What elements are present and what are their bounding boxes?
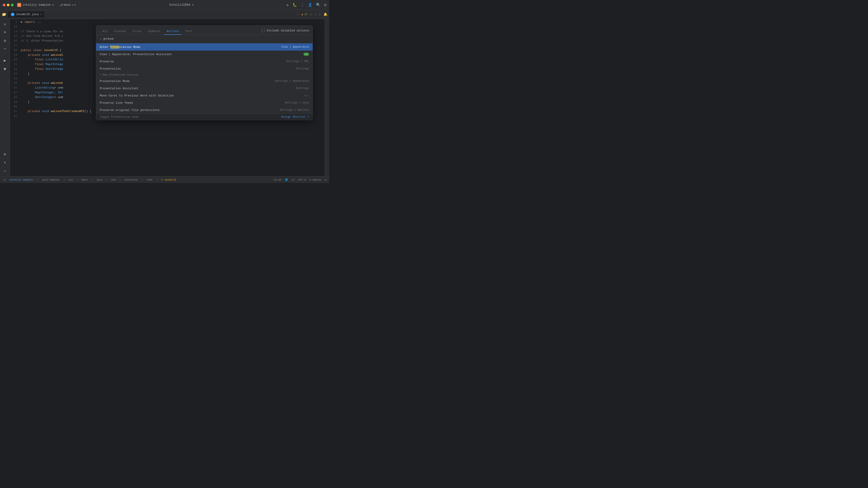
tab-name: JavaAt25.java xyxy=(16,13,39,16)
debug-icon[interactable]: 🐛 xyxy=(292,3,297,7)
line-endings[interactable]: LF xyxy=(291,178,294,181)
sidebar-icon-git[interactable]: ⊙ xyxy=(1,21,8,28)
result-move-caret[interactable]: Move Caret to Previous Word with Selecti… xyxy=(96,92,313,99)
folder-icon[interactable]: 📁 xyxy=(2,12,6,17)
minimize-button[interactable] xyxy=(7,4,9,6)
project-dropdown-icon[interactable]: ▾ xyxy=(52,3,54,7)
group-expand-icon: ▾ xyxy=(100,73,101,76)
search-icon[interactable]: 🔍 xyxy=(316,3,320,7)
tab-bar: 📁 © JavaAt25.java ✕ ⋮ ▲ 37 ∧ ∨ ✦ 🔔 xyxy=(0,10,329,19)
result-preserve-line-feeds[interactable]: Preserve line feeds Settings > Java xyxy=(96,99,313,106)
line-num-32: 32 xyxy=(12,114,17,119)
warning-count-badge[interactable]: ▲ 37 xyxy=(302,13,307,16)
maximize-button[interactable] xyxy=(11,4,13,6)
user-icon[interactable]: 👤 xyxy=(308,3,312,7)
breadcrumb-sep-8: › xyxy=(156,178,158,181)
result-presentation-assistant-view[interactable]: View | Appearance: Presentation Assistan… xyxy=(96,51,313,58)
result-text-5: Presentation Mode xyxy=(100,79,275,83)
project-selector[interactable]: ij intellij-samples ▾ xyxy=(17,3,54,7)
tab-close-button[interactable]: ✕ xyxy=(40,13,41,16)
line-num-29: 29 xyxy=(12,100,17,105)
include-disabled-checkbox[interactable] xyxy=(262,29,265,32)
tab-files[interactable]: Files xyxy=(130,28,144,35)
result-presentation-mode[interactable]: Presentation Mode Settings > Appearance xyxy=(96,77,313,85)
charset[interactable]: UTF-8 xyxy=(298,178,306,181)
result-text-7: Move Caret to Previous Word with Selecti… xyxy=(100,94,304,97)
close-button[interactable] xyxy=(3,4,5,6)
branch-dropdown-icon[interactable]: ▾ xyxy=(74,3,76,7)
sidebar-icon-problems[interactable]: ⚠ xyxy=(1,167,8,174)
more-tabs-icon[interactable]: ⋮ xyxy=(296,12,299,16)
breadcrumb-jetbrains[interactable]: jetbrains xyxy=(124,178,138,181)
result-enter-presentation-mode[interactable]: Enter Presentation Mode View | Appearanc… xyxy=(96,43,313,51)
tab-symbols[interactable]: Symbols xyxy=(145,28,163,35)
settings-icon-status[interactable]: ⚙ xyxy=(325,178,327,181)
line-num-31: 31 xyxy=(12,109,17,114)
result-shortcut-7: ⌥⇧← xyxy=(304,94,309,97)
run-icon[interactable]: ▶ xyxy=(287,3,289,7)
breadcrumb-java[interactable]: java xyxy=(96,178,102,181)
footer-shortcut-icon: ⌥ xyxy=(307,115,309,119)
breadcrumb-code[interactable]: code xyxy=(147,178,152,181)
title-bar-actions: ▶ 🐛 ⋮ 👤 🔍 ⚙ xyxy=(287,3,327,7)
result-group-new-predefined[interactable]: ▾ New Predefined Session xyxy=(96,72,313,77)
result-preserve-original[interactable]: Preserve original file permissions Setti… xyxy=(96,106,313,113)
file-tab[interactable]: © JavaAt25.java ✕ xyxy=(8,11,44,18)
assign-shortcut-link[interactable]: Assign Shortcut xyxy=(281,116,306,119)
sidebar-icon-terminal[interactable]: ⌘ xyxy=(1,151,8,158)
search-input-field[interactable] xyxy=(103,37,309,41)
app-dropdown-icon[interactable]: ▾ xyxy=(192,3,194,7)
indent[interactable]: 4 spaces xyxy=(309,178,321,181)
sidebar-icon-more[interactable]: ⋯ xyxy=(1,45,8,53)
result-highlight: Prese xyxy=(110,45,119,49)
tab-classes[interactable]: Classes xyxy=(111,28,129,35)
sidebar-icon-run[interactable]: ▶ xyxy=(1,57,8,64)
tab-text[interactable]: Text xyxy=(182,28,195,35)
sidebar-icon-plugins[interactable]: ◎ xyxy=(1,37,8,44)
ai-assistant-icon[interactable]: ✦ xyxy=(319,12,321,16)
breadcrumb-src[interactable]: src xyxy=(68,178,73,181)
result-text: Enter Presentation Mode xyxy=(100,45,281,49)
line-num-15: 15 xyxy=(12,34,17,39)
result-text-2: View | Appearance: Presentation Assistan… xyxy=(100,53,302,56)
settings-icon[interactable]: ⚙ xyxy=(324,3,327,7)
tab-bar-right: ⋮ ▲ 37 ∧ ∨ ✦ 🔔 xyxy=(296,12,327,16)
breadcrumb-sep-5: › xyxy=(106,178,107,181)
cursor-position[interactable]: 16:30 xyxy=(274,178,281,181)
encoding-icon: 🌐 xyxy=(285,178,288,181)
branch-icon: ⎇ xyxy=(59,3,63,7)
breadcrumb-sep-6: › xyxy=(119,178,121,181)
tab-all[interactable]: All xyxy=(100,28,110,35)
result-text-9: Preserve original file permissions xyxy=(100,108,280,112)
sidebar-icon-structure[interactable]: ≡ xyxy=(1,29,8,36)
notifications-icon[interactable]: 🔔 xyxy=(323,12,327,16)
nav-down-icon[interactable]: ∨ xyxy=(314,13,316,16)
breadcrumb-main[interactable]: main xyxy=(82,178,88,181)
breadcrumb-sep-4: › xyxy=(91,178,93,181)
breadcrumb-java-samples[interactable]: java-samples xyxy=(42,178,60,181)
result-shortcut-8: Settings > Java xyxy=(285,101,309,104)
breadcrumb-project[interactable]: intellij-samples xyxy=(9,178,33,181)
search-input-area: ⌕ xyxy=(96,35,313,43)
result-presentation-assistant[interactable]: Presentation Assistant Settings xyxy=(96,85,313,92)
result-preserve[interactable]: Preserve Settings > XML xyxy=(96,58,313,65)
sidebar-icon-git-bottom[interactable]: ⬆ xyxy=(1,159,8,166)
branch-selector[interactable]: ⎇ main ↗ ▾ xyxy=(59,3,76,7)
breadcrumb-class[interactable]: © JavaAt25 xyxy=(161,178,176,181)
include-disabled-label: Include disabled actions xyxy=(267,29,309,32)
sidebar-icon-debug[interactable]: ◉ xyxy=(1,65,8,72)
more-options-icon[interactable]: ⋮ xyxy=(301,3,304,7)
line-num-25: 25 xyxy=(12,81,17,86)
git-icon: ⎇ xyxy=(3,178,6,181)
breadcrumb-com[interactable]: com xyxy=(111,178,116,181)
search-tabs: All Classes Files Symbols Actions Text I… xyxy=(96,26,313,35)
line-numbers: 3 13 14 15 16 17 18 19 20 21 22 23 24 25… xyxy=(10,19,19,176)
result-presentation[interactable]: Presentation Settings xyxy=(96,65,313,72)
line-num-22: 22 xyxy=(12,67,17,72)
title-bar-center: IntelliJIDEA ▾ xyxy=(80,3,283,7)
tab-actions[interactable]: Actions xyxy=(164,28,182,35)
line-num-24: 24 xyxy=(12,76,17,81)
result-text-6: Presentation Assistant xyxy=(100,87,296,90)
nav-up-icon[interactable]: ∧ xyxy=(310,13,312,16)
line-num-30: 30 xyxy=(12,104,17,109)
